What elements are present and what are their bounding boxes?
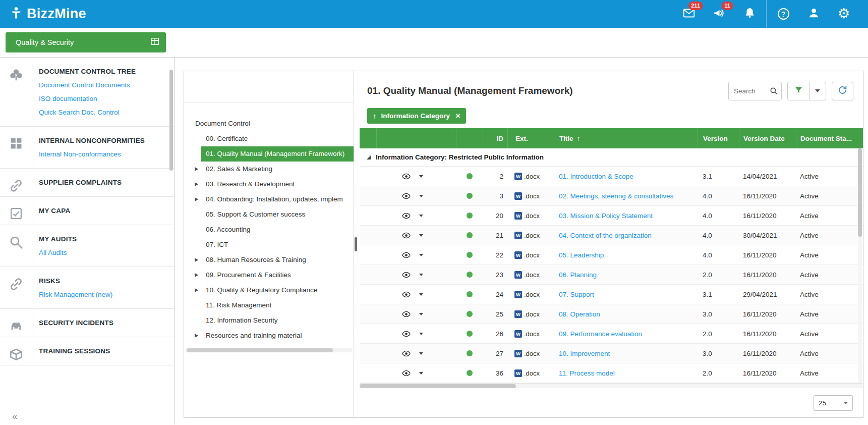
tree-item[interactable]: 07. ICT (184, 237, 354, 252)
view-document-icon[interactable] (401, 231, 411, 240)
filter-dropdown-button[interactable] (809, 82, 826, 100)
row-menu-caret-icon[interactable] (419, 234, 423, 237)
refresh-button[interactable] (832, 82, 853, 100)
search-icon[interactable] (769, 86, 778, 97)
row-menu-caret-icon[interactable] (419, 293, 423, 296)
announcements-button[interactable]: 11 (704, 0, 734, 28)
page-size-select[interactable]: 25 (814, 395, 853, 411)
view-document-icon[interactable] (401, 309, 411, 319)
expand-caret-icon[interactable] (195, 182, 198, 186)
view-document-icon[interactable] (401, 191, 411, 201)
view-document-icon[interactable] (401, 329, 411, 339)
group-collapse-icon[interactable] (367, 155, 371, 160)
row-menu-caret-icon[interactable] (419, 254, 423, 256)
view-document-icon[interactable] (401, 368, 411, 378)
expand-caret-icon[interactable] (195, 334, 198, 338)
chain-icon[interactable] (9, 277, 24, 308)
tree-item[interactable]: 10. Quality & Regulatory Compliance (184, 283, 354, 298)
sidebar-link[interactable]: Document Control Documents (39, 81, 170, 89)
settings-button[interactable]: ⚙ (829, 0, 859, 28)
header-document-status[interactable]: Document Sta... (796, 128, 863, 148)
view-document-icon[interactable] (401, 349, 411, 358)
view-document-icon[interactable] (401, 250, 411, 260)
tree-item[interactable]: 04. Onboarding: Installation, updates, i… (184, 192, 354, 207)
group-chip[interactable]: ↑ Information Category × (367, 108, 466, 124)
tree-root-item[interactable]: Document Control (184, 116, 354, 131)
expand-caret-icon[interactable] (195, 167, 198, 171)
grid-horizontal-scrollbar[interactable] (360, 383, 863, 388)
box-icon[interactable] (9, 347, 24, 365)
tree-item[interactable]: Resources and training material (184, 328, 354, 343)
chain-icon[interactable] (9, 178, 24, 196)
tree-item[interactable]: 03. Research & Development (184, 177, 354, 192)
view-document-icon[interactable] (401, 172, 411, 181)
expand-caret-icon[interactable] (195, 258, 198, 262)
row-menu-caret-icon[interactable] (419, 274, 423, 276)
tree-item[interactable]: 08. Human Resources & Training (184, 252, 354, 268)
tree-item[interactable]: 06. Accounting (184, 222, 354, 237)
expand-caret-icon[interactable] (195, 288, 198, 292)
document-link[interactable]: 10. Improvement (559, 350, 610, 357)
notifications-button[interactable] (734, 0, 765, 28)
row-menu-caret-icon[interactable] (419, 175, 423, 178)
tree-item[interactable]: 00. Certificate (184, 131, 354, 146)
row-menu-caret-icon[interactable] (419, 195, 423, 197)
splitter-handle[interactable] (355, 237, 357, 251)
row-menu-caret-icon[interactable] (419, 372, 423, 375)
header-version[interactable]: Version (698, 128, 739, 148)
app-logo[interactable]: BizzMine (0, 6, 86, 22)
view-document-icon[interactable] (401, 290, 411, 299)
grid-vertical-scrollbar[interactable] (858, 148, 862, 383)
tree-item[interactable]: 05. Support & Customer success (184, 207, 354, 222)
document-link[interactable]: 09. Performance evaluation (559, 330, 642, 338)
document-link[interactable]: 05. Leadership (559, 251, 604, 259)
view-document-icon[interactable] (401, 211, 411, 221)
remove-group-icon[interactable]: × (455, 112, 460, 120)
sidebar-link[interactable]: Internal Non-conformances (39, 150, 170, 158)
magnifier-icon[interactable] (9, 235, 24, 267)
help-button[interactable]: ? (768, 0, 798, 28)
expand-caret-icon[interactable] (195, 273, 198, 277)
sidebar-link[interactable]: ISO documentation (39, 95, 170, 102)
header-version-date[interactable]: Version Date (739, 128, 796, 148)
view-document-icon[interactable] (401, 270, 411, 280)
grid-vscroll-thumb[interactable] (858, 148, 862, 237)
document-link[interactable]: 08. Operation (559, 310, 600, 318)
tree-item[interactable]: 09. Procurement & Facilities (184, 268, 354, 283)
collapse-sidebar-button[interactable]: « (12, 411, 18, 422)
document-link[interactable]: 11. Process model (559, 369, 615, 377)
document-link[interactable]: 06. Planning (559, 271, 597, 279)
document-link[interactable]: 03. Mission & Policy Statement (559, 212, 653, 220)
document-link[interactable]: 04. Context of the organization (559, 232, 652, 239)
workspace-selector[interactable]: Quality & Security (6, 32, 166, 52)
filter-button[interactable] (787, 82, 809, 100)
sidebar-link[interactable]: Risk Management (new) (39, 291, 170, 298)
document-link[interactable]: 01. Introduction & Scope (559, 173, 633, 180)
row-menu-caret-icon[interactable] (419, 313, 423, 315)
car-icon[interactable] (9, 318, 24, 337)
pane-splitter[interactable] (354, 71, 360, 417)
tree-icon[interactable] (9, 67, 24, 126)
tree-item[interactable]: 01. Quality Manual (Management Framework… (201, 146, 354, 162)
profile-button[interactable] (798, 0, 829, 28)
tree-item[interactable]: 02. Sales & Marketing (184, 162, 354, 177)
tree-item[interactable]: 11. Risk Management (184, 298, 354, 313)
document-link[interactable]: 02. Meetings, steering & consultatives (559, 192, 673, 200)
row-menu-caret-icon[interactable] (419, 352, 423, 355)
checkbox-icon[interactable] (9, 206, 23, 225)
sidebar-link[interactable]: Quick Search Doc. Control (39, 109, 170, 116)
row-menu-caret-icon[interactable] (419, 215, 423, 217)
grid-icon[interactable] (9, 136, 23, 168)
mail-button[interactable]: 211 (674, 0, 704, 28)
tree-item[interactable]: 12. Information Security (184, 313, 354, 328)
sidebar-scrollbar[interactable] (169, 70, 173, 171)
tree-horizontal-scrollbar[interactable] (186, 348, 352, 352)
header-id[interactable]: ID (483, 128, 507, 148)
header-ext[interactable]: Ext. (507, 128, 555, 148)
header-title[interactable]: Title ↑ (555, 128, 698, 148)
document-link[interactable]: 07. Support (559, 291, 594, 298)
tree-scrollbar-thumb[interactable] (187, 348, 333, 352)
expand-caret-icon[interactable] (195, 197, 198, 201)
sidebar-link[interactable]: All Audits (39, 249, 170, 256)
row-menu-caret-icon[interactable] (419, 333, 423, 335)
